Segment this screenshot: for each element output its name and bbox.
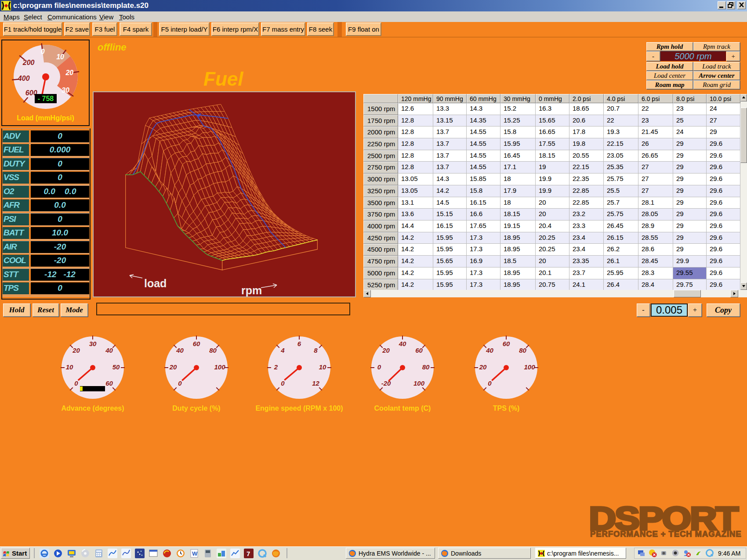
svg-text:0: 0 [281, 379, 285, 387]
svg-text:200: 200 [22, 59, 35, 66]
svg-text:400: 400 [18, 75, 30, 82]
svg-text:30: 30 [89, 340, 97, 347]
svg-text:80: 80 [422, 363, 430, 371]
svg-text:0: 0 [41, 48, 45, 55]
svg-text:80: 80 [209, 347, 217, 354]
svg-text:10: 10 [56, 53, 64, 61]
svg-text:7: 7 [247, 550, 250, 557]
svg-text:100: 100 [524, 363, 535, 371]
svg-text:50: 50 [112, 363, 120, 371]
svg-text:0: 0 [178, 379, 182, 387]
svg-text:40: 40 [399, 340, 406, 347]
svg-text:0: 0 [488, 379, 492, 387]
svg-text:40: 40 [105, 347, 113, 354]
svg-text:4: 4 [280, 347, 285, 354]
svg-text:0: 0 [74, 379, 78, 387]
svg-text:0: 0 [377, 363, 381, 371]
svg-text:12: 12 [312, 379, 319, 387]
svg-text:60: 60 [105, 379, 113, 387]
svg-text:40: 40 [176, 347, 184, 354]
svg-text:2: 2 [274, 363, 278, 371]
svg-text:60: 60 [193, 340, 200, 347]
svg-text:100: 100 [413, 379, 425, 387]
svg-text:20: 20 [479, 363, 487, 371]
svg-text:10: 10 [66, 363, 73, 371]
svg-text:PERFORMANCE + TECH MAGAZINE: PERFORMANCE + TECH MAGAZINE [590, 529, 741, 538]
svg-text:20: 20 [169, 363, 177, 371]
svg-text:60: 60 [503, 340, 510, 347]
svg-text:40: 40 [486, 347, 493, 354]
svg-text:load: load [144, 277, 167, 289]
svg-text:100: 100 [214, 363, 225, 371]
svg-text:rpm: rpm [241, 284, 262, 296]
svg-text:20: 20 [72, 347, 80, 354]
svg-text:80: 80 [519, 347, 526, 354]
svg-text:6: 6 [297, 340, 301, 347]
svg-text:20: 20 [382, 347, 390, 354]
svg-text:W: W [192, 550, 198, 557]
svg-text:30: 30 [62, 87, 69, 94]
svg-text:60: 60 [415, 347, 423, 354]
svg-text:8: 8 [314, 347, 318, 354]
svg-text:20: 20 [65, 69, 73, 76]
svg-text:10: 10 [319, 363, 326, 371]
